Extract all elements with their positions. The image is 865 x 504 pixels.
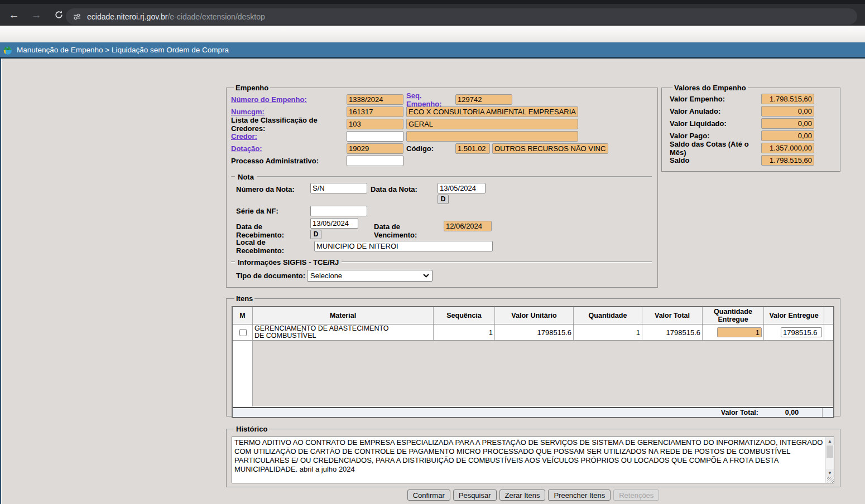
col-header-quantidade: Quantidade xyxy=(574,307,642,324)
data-recebimento-label: Data de Recebimento: xyxy=(236,222,310,239)
numero-empenho-input[interactable] xyxy=(347,94,403,105)
empenho-legend: Empenho xyxy=(234,84,270,92)
credor-name-input[interactable] xyxy=(406,131,578,142)
historico-textarea[interactable]: TERMO ADITIVO AO CONTRATO DE EMPRESA ESP… xyxy=(232,437,834,483)
col-header-valor-entregue: Valor Entregue xyxy=(764,307,824,324)
tipo-documento-label: Tipo de documento: xyxy=(236,272,307,280)
textarea-resize-grip[interactable] xyxy=(827,477,834,483)
numero-nota-label: Número da Nota: xyxy=(236,185,310,193)
data-nota-calendar-button[interactable]: D xyxy=(438,195,449,204)
itens-table-header: M Material Sequência Valor Unitário Quan… xyxy=(233,307,833,324)
tipo-documento-select[interactable]: Selecione xyxy=(307,270,433,282)
saldo-cotas-input[interactable] xyxy=(761,143,814,153)
back-button[interactable]: ← xyxy=(7,8,21,22)
data-vencimento-label: Data de Vencimento: xyxy=(374,222,444,239)
historico-legend: Histórico xyxy=(234,425,269,433)
window-top-strip xyxy=(0,0,865,4)
numcgm-name-input[interactable] xyxy=(406,106,578,117)
col-header-sequencia: Sequência xyxy=(434,307,495,324)
serie-nf-input[interactable] xyxy=(310,206,367,216)
historico-text: TERMO ADITIVO AO CONTRATO DE EMPRESA ESP… xyxy=(234,438,824,482)
serie-nf-label: Série da NF: xyxy=(236,207,310,215)
col-header-material: Material xyxy=(253,307,434,324)
table-row: GERENCIAMENTO DE ABASTECIMENTO DE COMBUS… xyxy=(233,324,833,341)
itens-section: Itens M Material Sequência Valor Unitári… xyxy=(226,294,840,416)
col-header-quantidade-entregue: Quantidade Entregue xyxy=(703,307,764,324)
item-select-checkbox[interactable] xyxy=(239,329,247,336)
scrollbar-down-button[interactable]: ▼ xyxy=(826,469,834,477)
col-header-valor-unitario: Valor Unitário xyxy=(495,307,574,324)
itens-legend: Itens xyxy=(234,294,254,303)
itens-footer-value: 0,00 xyxy=(762,409,822,416)
valor-empenho-label: Valor Empenho: xyxy=(670,95,725,103)
url-domain: ecidade.niteroi.rj.gov.br xyxy=(87,12,167,21)
data-nota-input[interactable] xyxy=(438,183,486,193)
processo-label: Processo Administrativo: xyxy=(231,157,347,165)
confirmar-button[interactable]: Confirmar xyxy=(407,490,450,501)
numcgm-link[interactable]: Numcgm: xyxy=(231,108,347,116)
valor-anulado-input[interactable] xyxy=(761,106,814,117)
credor-link[interactable]: Credor: xyxy=(231,132,347,140)
local-recebimento-label: Local de Recebimento: xyxy=(236,238,314,255)
url-text[interactable]: ecidade.niteroi.rj.gov.br/e-cidade/exten… xyxy=(87,12,265,21)
lista-credores-input[interactable] xyxy=(347,119,403,129)
valor-pago-label: Valor Pago: xyxy=(670,132,710,140)
data-nota-label: Data da Nota: xyxy=(371,185,438,193)
valor-liquidado-input[interactable] xyxy=(761,118,814,129)
valor-pago-input[interactable] xyxy=(761,130,814,141)
itens-footer-label: Valor Total: xyxy=(233,409,762,416)
zerar-itens-button[interactable]: Zerar Itens xyxy=(499,490,546,501)
saldo-cotas-label: Saldo das Cotas (Até o Mês) xyxy=(670,140,761,157)
codigo-name-input[interactable] xyxy=(492,143,608,154)
valor-anulado-label: Valor Anulado: xyxy=(670,107,720,115)
page-top-strip xyxy=(0,26,865,42)
empenho-section: Empenho Número do Empenho: Seq. Empenho:… xyxy=(226,84,658,288)
app-title-bar: Manutenção de Empenho > Liquidação sem O… xyxy=(0,42,865,59)
itens-footer-spacer xyxy=(822,408,833,417)
valor-liquidado-label: Valor Liquidado: xyxy=(670,119,727,128)
itens-table-body xyxy=(233,341,833,406)
url-path: /e-cidade/extension/desktop xyxy=(167,12,265,21)
reload-button[interactable] xyxy=(51,8,66,22)
saldo-input[interactable] xyxy=(761,155,814,166)
lista-credores-label: Lista de Classificação de Credores: xyxy=(231,116,347,133)
preencher-itens-button[interactable]: Preencher Itens xyxy=(548,490,611,501)
url-bar[interactable]: ecidade.niteroi.rj.gov.br/e-cidade/exten… xyxy=(66,8,857,25)
textarea-scrollbar[interactable]: ▲ ▼ xyxy=(825,437,834,483)
codigo-input[interactable] xyxy=(455,143,490,154)
retencoes-button: Retenções xyxy=(613,490,659,501)
quantidade-entregue-input[interactable] xyxy=(717,327,762,337)
scrollbar-up-button[interactable]: ▲ xyxy=(826,437,834,445)
seq-empenho-link[interactable]: Seq. Empenho: xyxy=(406,91,455,108)
saldo-label: Saldo xyxy=(670,156,689,164)
pesquisar-button[interactable]: Pesquisar xyxy=(453,490,497,501)
dotacao-link[interactable]: Dotação: xyxy=(231,144,347,153)
credor-input[interactable] xyxy=(347,131,403,142)
nota-section-header: Nota xyxy=(231,173,652,181)
forward-button: → xyxy=(29,8,44,22)
lista-credores-name-input[interactable] xyxy=(406,119,578,129)
col-header-valor-total: Valor Total xyxy=(642,307,703,324)
itens-footer: Valor Total: 0,00 xyxy=(233,408,833,417)
col-header-m: M xyxy=(233,307,253,324)
processo-input[interactable] xyxy=(347,156,403,166)
numero-empenho-link[interactable]: Número do Empenho: xyxy=(231,95,347,104)
dotacao-input[interactable] xyxy=(347,143,403,154)
site-info-icon[interactable] xyxy=(73,13,81,21)
seq-empenho-input[interactable] xyxy=(455,94,512,105)
data-recebimento-input[interactable] xyxy=(310,218,358,229)
col-header-spacer xyxy=(824,307,833,324)
data-vencimento-input[interactable] xyxy=(444,221,492,231)
local-recebimento-input[interactable] xyxy=(314,241,493,251)
sigfis-legend: Informações SIGFIS - TCE/RJ xyxy=(238,258,339,266)
tipo-documento-selected: Selecione xyxy=(310,272,342,280)
nota-legend: Nota xyxy=(238,173,254,181)
scrollbar-thumb[interactable] xyxy=(826,445,833,458)
valor-empenho-input[interactable] xyxy=(761,94,814,104)
valores-section: Valores do Empenho Valor Empenho: Valor … xyxy=(661,84,840,172)
numero-nota-input[interactable] xyxy=(310,183,367,193)
valor-entregue-input[interactable] xyxy=(781,327,822,337)
item-valor-unitario: 1798515.6 xyxy=(495,324,574,340)
content-area: Empenho Número do Empenho: Seq. Empenho:… xyxy=(0,59,865,504)
numcgm-input[interactable] xyxy=(347,106,403,117)
